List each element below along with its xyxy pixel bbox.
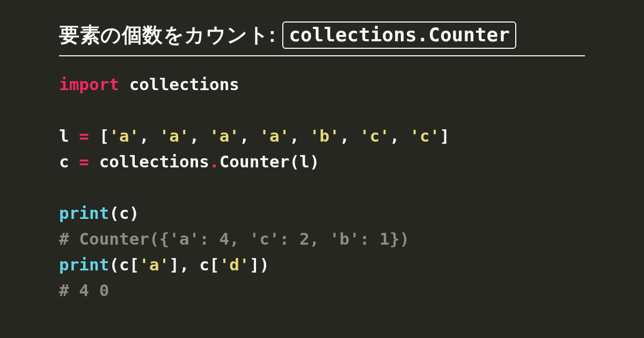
comma: , [289, 126, 309, 145]
comma: , [189, 126, 209, 145]
index-close: ], [169, 255, 199, 274]
space [119, 75, 129, 94]
module-name: collections [129, 75, 239, 94]
space [89, 152, 99, 171]
str-lit: 'c' [360, 126, 390, 145]
module-ref: collections [99, 152, 209, 171]
page-title: 要素の個数をカウント: [59, 21, 276, 49]
call-args: (l) [289, 152, 319, 171]
index-close: ] [250, 255, 260, 274]
str-lit: 'b' [310, 126, 340, 145]
code-line-3: l = ['a', 'a', 'a', 'a', 'b', 'c', 'c'] [59, 126, 450, 145]
index-expr: c[ [199, 255, 219, 274]
str-lit: 'a' [109, 126, 139, 145]
comma: , [239, 126, 259, 145]
code-line-4: c = collections.Counter(l) [59, 152, 319, 171]
code-line-6: print(c) [59, 203, 139, 223]
fn-print: print [59, 203, 109, 223]
code-line-8: print(c['a'], c['d']) [59, 255, 269, 274]
str-lit: 'a' [159, 126, 189, 145]
paren-open: ( [109, 255, 119, 274]
str-lit: 'a' [209, 126, 239, 145]
bracket-close: ] [440, 126, 450, 145]
code-line-1: import collections [59, 75, 239, 94]
paren-close: ) [259, 255, 269, 274]
space [89, 126, 99, 145]
title-row: 要素の個数をカウント: collections.Counter [59, 21, 585, 56]
op-eq: = [79, 126, 89, 145]
code-slide: 要素の個数をカウント: collections.Counter import c… [0, 0, 644, 303]
var-l: l [59, 126, 79, 145]
op-dot: . [209, 152, 219, 171]
call-args: (c) [109, 203, 139, 223]
comma: , [340, 126, 360, 145]
str-lit: 'c' [409, 126, 440, 145]
op-eq: = [79, 152, 89, 171]
comma: , [139, 126, 159, 145]
str-lit: 'a' [139, 255, 169, 274]
str-lit: 'd' [219, 255, 250, 274]
code-block: import collections l = ['a', 'a', 'a', '… [59, 71, 585, 303]
title-code-badge: collections.Counter [282, 21, 516, 49]
bracket-open: [ [99, 126, 109, 145]
str-lit: 'a' [259, 126, 289, 145]
class-name: Counter [219, 152, 290, 171]
index-expr: c[ [119, 255, 139, 274]
code-line-9-comment: # 4 0 [59, 281, 109, 300]
code-line-7-comment: # Counter({'a': 4, 'c': 2, 'b': 1}) [59, 229, 409, 248]
var-c: c [59, 152, 79, 171]
fn-print: print [59, 255, 109, 274]
comma: , [390, 126, 409, 145]
kw-import: import [59, 75, 119, 94]
